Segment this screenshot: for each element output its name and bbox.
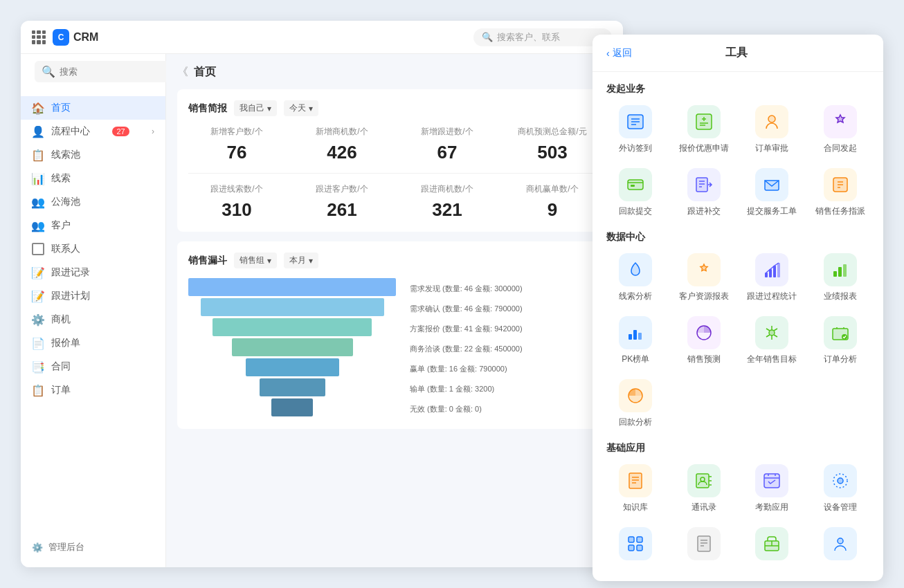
- sales-funnel-card: 销售漏斗 销售组 ▾ 本月 ▾: [177, 241, 612, 429]
- tool-docs[interactable]: [675, 527, 734, 564]
- filter-group[interactable]: 销售组 ▾: [234, 252, 277, 268]
- tool-label: 知识库: [623, 502, 648, 513]
- sidebar-footer-admin[interactable]: ⚙️ 管理后台: [21, 534, 165, 560]
- tool-apps[interactable]: [606, 527, 665, 564]
- tool-label: 报价优惠申请: [679, 143, 729, 154]
- tool-visit-checkin[interactable]: 外访签到: [606, 105, 665, 154]
- home-icon: 🏠: [32, 102, 44, 114]
- filter-today[interactable]: 今天 ▾: [284, 100, 318, 116]
- top-search-bar[interactable]: 🔍 搜索客户、联系: [473, 28, 612, 46]
- filter-month[interactable]: 本月 ▾: [284, 252, 318, 268]
- sidebar-item-opportunity[interactable]: ⚙️ 商机: [21, 308, 165, 331]
- annual-target-icon: [755, 316, 788, 349]
- sidebar-search[interactable]: 🔍: [35, 61, 183, 82]
- tool-contacts-book[interactable]: 通讯录: [675, 464, 734, 513]
- svg-rect-55: [764, 474, 779, 488]
- sales-funnel-header: 销售漏斗 销售组 ▾ 本月 ▾: [188, 252, 601, 268]
- sidebar-item-home[interactable]: 🏠 首页: [21, 96, 165, 120]
- sales-forecast-icon: [687, 316, 721, 349]
- sidebar-item-leads[interactable]: 📊 线索: [21, 167, 165, 190]
- performance-icon: [824, 253, 857, 286]
- sidebar-item-label: 客户: [51, 219, 71, 232]
- tool-task-guide[interactable]: 销售任务指派: [811, 168, 870, 217]
- grid-menu-icon[interactable]: [32, 30, 46, 44]
- sidebar-item-contracts[interactable]: 📑 合同: [21, 355, 165, 378]
- sidebar-item-contacts[interactable]: 联系人: [21, 237, 165, 261]
- sidebar-search-icon: 🔍: [42, 65, 55, 78]
- tool-customer-report[interactable]: 客户资源报表: [675, 253, 734, 302]
- sales-summary-header: 销售简报 我自己 ▾ 今天 ▾: [188, 100, 601, 116]
- sidebar-item-process[interactable]: 👤 流程中心 27 ›: [21, 120, 165, 143]
- tool-funnel-stats[interactable]: 跟进过程统计: [743, 253, 802, 302]
- funnel-chart: [188, 278, 396, 416]
- tool-followup-submit[interactable]: 跟进补交: [675, 168, 734, 217]
- tool-attendance[interactable]: 考勤应用: [743, 464, 802, 513]
- stat-new-followups: 新增跟进数/个 67: [399, 126, 496, 163]
- svg-rect-5: [696, 114, 712, 129]
- tool-packages[interactable]: [743, 527, 802, 564]
- sidebar-item-visit-plan[interactable]: 📝 跟进计划: [21, 284, 165, 308]
- stat-label: 商机预测总金额/元: [504, 126, 601, 138]
- sidebar-item-customers[interactable]: 👥 客户: [21, 214, 165, 237]
- svg-rect-67: [629, 545, 634, 551]
- payment-analysis-icon: [619, 379, 652, 412]
- svg-rect-44: [629, 473, 642, 488]
- tool-label: 客户资源报表: [679, 291, 729, 302]
- crm-window: C CRM 🔍 搜索客户、联系 🔍 +: [21, 21, 623, 567]
- sidebar-item-visits[interactable]: 📝 跟进记录: [21, 261, 165, 284]
- tool-quote-apply[interactable]: 报价优惠申请: [675, 105, 734, 154]
- docs-icon: [687, 527, 721, 560]
- page-header: 《 首页: [177, 65, 612, 80]
- tool-contract-start[interactable]: 合同发起: [811, 105, 870, 154]
- tools-back-label: 返回: [613, 47, 632, 59]
- tool-payment-analysis[interactable]: 回款分析: [606, 379, 665, 428]
- tool-label: 合同发起: [824, 143, 857, 154]
- tools-grid-data-1: 线索分析 客户资源报表: [606, 253, 869, 302]
- tool-device-mgmt[interactable]: 设备管理: [811, 464, 870, 513]
- tool-pk-rank[interactable]: PK榜单: [606, 316, 665, 365]
- funnel-bar-0: [188, 278, 396, 296]
- order-auth-icon: [755, 105, 788, 138]
- tool-leads-analysis[interactable]: 线索分析: [606, 253, 665, 302]
- svg-rect-17: [696, 178, 707, 192]
- svg-rect-65: [637, 537, 642, 542]
- search-placeholder: 搜索客户、联系: [497, 31, 560, 44]
- funnel-label-1: 需求确认 (数量: 46 金额: 790000): [410, 300, 601, 318]
- sidebar-item-quotes[interactable]: 📄 报价单: [21, 331, 165, 355]
- svg-rect-27: [765, 273, 768, 277]
- tool-service-submit[interactable]: 提交服务工单: [743, 168, 802, 217]
- filter-myself[interactable]: 我自己 ▾: [234, 100, 277, 116]
- tools-back-button[interactable]: ‹ 返回: [606, 47, 632, 59]
- tool-sales-forecast[interactable]: 销售预测: [675, 316, 734, 365]
- contract-start-icon: [824, 105, 857, 138]
- stat-forecast-amount: 商机预测总金额/元 503: [504, 126, 601, 163]
- stats-grid-top: 新增客户数/个 76 新增商机数/个 426 新增跟进数/个 67 商机预测: [188, 126, 601, 163]
- sidebar-item-public-pool[interactable]: 👥 公海池: [21, 190, 165, 214]
- sidebar-item-leads-pool[interactable]: 📋 线索池: [21, 143, 165, 167]
- tool-payment-submit[interactable]: 回款提交: [606, 168, 665, 217]
- sidebar-item-orders[interactable]: 📋 订单: [21, 378, 165, 402]
- svg-rect-36: [638, 333, 642, 340]
- customers-icon: 👥: [32, 219, 44, 232]
- svg-rect-35: [633, 330, 637, 340]
- public-pool-icon: 👥: [32, 196, 44, 208]
- sidebar-item-label: 首页: [51, 102, 71, 114]
- tools-panel: ‹ 返回 工具 发起业务 外访签到: [593, 35, 883, 581]
- tool-order-auth[interactable]: 订单审批: [743, 105, 802, 154]
- tool-order-analysis[interactable]: 订单分析: [811, 316, 870, 365]
- sidebar-search-input[interactable]: [60, 66, 176, 77]
- tool-knowledge[interactable]: 知识库: [606, 464, 665, 513]
- service-submit-icon: [755, 168, 788, 201]
- tool-label: 回款提交: [619, 205, 652, 217]
- tool-annual-target[interactable]: 全年销售目标: [743, 316, 802, 365]
- stat-label: 跟进商机数/个: [399, 183, 496, 195]
- sidebar: 🔍 + 🏠 首页 👤 流程中心 27 › 📋: [21, 54, 166, 567]
- leads-pool-icon: 📋: [32, 149, 44, 161]
- svg-rect-71: [698, 536, 710, 551]
- tool-label: 考勤应用: [755, 502, 788, 513]
- tool-users[interactable]: [811, 527, 870, 564]
- tool-performance[interactable]: 业绩报表: [811, 253, 870, 302]
- sidebar-item-label: 报价单: [51, 337, 80, 349]
- stat-value: 67: [399, 142, 496, 163]
- stat-label: 新增商机数/个: [293, 126, 390, 138]
